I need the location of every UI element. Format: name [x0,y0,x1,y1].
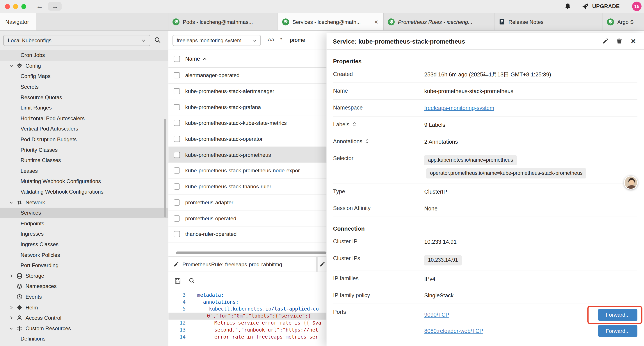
table-row-alertmanager-operated[interactable]: alertmanager-operated [168,68,326,83]
navigator-tab[interactable]: Navigator [0,13,36,30]
chevron-right-icon[interactable] [9,274,16,278]
row-checkbox[interactable] [174,120,180,126]
sidebar-scrollbar[interactable] [164,119,166,217]
sidebar-item-endpoints[interactable]: Endpoints [0,218,168,229]
sidebar-item-events[interactable]: Events [0,292,168,302]
namespace-filter-select[interactable]: freeleaps-monitoring-system [172,35,261,46]
sidebar-item-secrets[interactable]: Secrets [0,81,168,92]
tab-argo-s[interactable]: Argo S [603,13,644,30]
editor-tab[interactable]: PrometheusRule: freeleaps-prod-rabbitmq [168,257,316,272]
tab-services-icecheng-math[interactable]: Services - icecheng@math...× [278,13,384,30]
delete-icon[interactable] [615,36,624,45]
sidebar-item-mutating-webhook-configurations[interactable]: Mutating Webhook Configurations [0,176,168,187]
port-link[interactable]: 8080:reloader-web/TCP [424,327,483,334]
save-icon[interactable] [174,277,181,284]
sidebar-item-helm[interactable]: Helm [0,302,168,313]
row-checkbox[interactable] [174,231,180,237]
yaml-editor[interactable]: 3metadata:4 annotations:5 kubectl.kubern… [168,289,326,346]
sidebar-item-leases[interactable]: Leases [0,166,168,176]
select-all-checkbox[interactable] [174,56,180,62]
forward-button[interactable]: Forward... [598,309,638,321]
close-window-button[interactable] [5,4,10,9]
table-row-prometheus-adapter[interactable]: prometheus-adapter [168,195,326,210]
row-checkbox[interactable] [174,104,180,110]
table-row-kube-prometheus-stack-prometheus-node-expor[interactable]: kube-prometheus-stack-prometheus-node-ex… [168,163,326,179]
row-checkbox[interactable] [174,72,180,78]
chevron-down-icon[interactable] [9,326,16,331]
table-row-kube-prometheus-stack-grafana[interactable]: kube-prometheus-stack-grafana [168,99,326,115]
tab-pods-icecheng-mathmas[interactable]: Pods - icecheng@mathmas... [168,13,278,30]
maximize-window-button[interactable] [21,4,26,9]
sidebar-item-services[interactable]: Services [0,208,168,218]
table-row-kube-prometheus-stack-operator[interactable]: kube-prometheus-stack-operator [168,131,326,147]
namespace-link[interactable]: freeleaps-monitoring-system [424,105,494,111]
sidebar-item-priority-classes[interactable]: Priority Classes [0,145,168,155]
minimize-window-button[interactable] [13,4,18,9]
row-checkbox[interactable] [174,152,180,158]
horizontal-scrollbar[interactable] [168,251,326,255]
namespaces-icon [16,283,26,290]
notifications-bell-icon[interactable] [564,3,571,10]
sidebar-item-ingresses[interactable]: Ingresses [0,229,168,239]
kubeconfig-select[interactable]: Local Kubeconfigs [3,35,150,46]
sidebar-item-network[interactable]: Network [0,197,168,208]
row-checkbox[interactable] [174,168,180,174]
table-row-kube-prometheus-stack-alertmanager[interactable]: kube-prometheus-stack-alertmanager [168,84,326,99]
sidebar-item-validating-webhook-configurations[interactable]: Validating Webhook Configurations [0,187,168,197]
row-checkbox[interactable] [174,184,180,190]
close-tab-icon[interactable]: × [373,18,379,25]
sidebar-item-runtime-classes[interactable]: Runtime Classes [0,155,168,166]
sidebar-item-pod-disruption-budgets[interactable]: Pod Disruption Budgets [0,134,168,145]
chevron-down-icon[interactable] [9,63,16,68]
table-row-kube-prometheus-stack-kube-state-metrics[interactable]: kube-prometheus-stack-kube-state-metrics [168,115,326,131]
sidebar-item-config[interactable]: Config [0,61,168,71]
upgrade-button[interactable]: UPGRADE [582,3,620,10]
chevron-right-icon[interactable] [9,305,16,310]
table-row-kube-prometheus-stack-prometheus[interactable]: kube-prometheus-stack-prometheus [168,147,326,163]
chevron-down-icon[interactable] [9,200,16,205]
tab-prometheus-rules-icecheng[interactable]: Prometheus Rules - icecheng... [384,13,494,30]
user-avatar[interactable] [624,176,638,190]
sidebar-item-port-forwarding[interactable]: Port Forwarding [0,260,168,271]
edit-icon[interactable] [601,36,610,45]
editor-search-icon[interactable] [188,278,195,284]
close-icon[interactable]: × [629,36,638,45]
table-row-thanos-ruler-operated[interactable]: thanos-ruler-operated [168,226,326,242]
sidebar-item-network-policies[interactable]: Network Policies [0,250,168,260]
sidebar-item-ingress-classes[interactable]: Ingress Classes [0,239,168,250]
sidebar-search-icon[interactable] [154,36,161,43]
sidebar-item-config-maps[interactable]: Config Maps [0,71,168,82]
port-link[interactable]: 9090/TCP [424,311,449,318]
sidebar-item-definitions[interactable]: Definitions [0,334,168,344]
sidebar-item-custom-resources[interactable]: Custom Resources [0,323,168,334]
row-checkbox[interactable] [174,215,180,221]
tab-release-notes[interactable]: Release Notes [494,13,603,30]
sort-toggle-icon[interactable] [352,122,356,127]
row-checkbox[interactable] [174,88,180,94]
sort-toggle-icon[interactable] [365,139,369,143]
horizontal-scrollbar-thumb[interactable] [176,252,326,254]
back-button[interactable]: ← [36,3,43,10]
chevron-right-icon[interactable] [9,316,16,320]
table-row-kube-prometheus-stack-thanos-ruler[interactable]: kube-prometheus-stack-thanos-ruler [168,179,326,195]
table-row-prometheus-operated[interactable]: prometheus-operated [168,211,326,226]
sidebar-item-limit-ranges[interactable]: Limit Ranges [0,102,168,113]
sidebar-item-horizontal-pod-autoscalers[interactable]: Horizontal Pod Autoscalers [0,113,168,123]
detail-label: IP families [333,275,424,281]
sidebar-item-namespaces[interactable]: Namespaces [0,281,168,292]
forward-button[interactable]: Forward... [598,325,638,337]
match-case-toggle[interactable]: Aa [268,37,274,43]
regex-toggle[interactable]: .* [278,37,282,43]
row-checkbox[interactable] [174,199,180,205]
column-header-name[interactable]: Name [185,56,207,62]
sidebar-item-vertical-pod-autoscalers[interactable]: Vertical Pod Autoscalers [0,123,168,134]
forward-button[interactable]: → [48,2,62,10]
row-checkbox[interactable] [174,136,180,142]
sidebar-item-storage[interactable]: Storage [0,271,168,281]
notification-count-badge[interactable]: 15 [632,1,642,11]
sidebar-item-access-control[interactable]: Access Control [0,313,168,323]
sidebar-item-resource-quotas[interactable]: Resource Quotas [0,92,168,102]
sidebar-item-cron-jobs[interactable]: Cron Jobs [0,50,168,61]
editor-tab-partial[interactable] [318,257,326,272]
search-input[interactable]: prome [290,37,305,43]
